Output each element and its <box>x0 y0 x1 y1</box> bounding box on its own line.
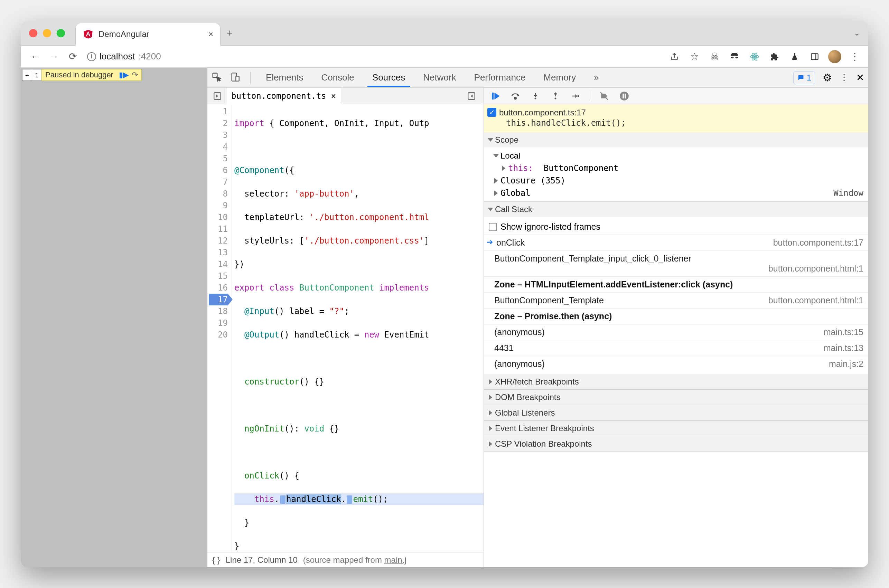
tab-performance[interactable]: Performance <box>469 68 530 87</box>
bookmark-star-icon[interactable]: ☆ <box>688 50 701 63</box>
resume-button[interactable] <box>490 90 501 102</box>
step-into-button[interactable] <box>530 90 541 102</box>
file-tab-close-icon[interactable]: × <box>331 91 336 101</box>
content: + 1 Paused in debugger ▮▶ ↷ <box>21 68 868 567</box>
issues-count: 1 <box>807 73 811 82</box>
step-out-button[interactable] <box>550 90 561 102</box>
breakpoint-tab-plus[interactable]: + <box>22 69 32 81</box>
tab-memory[interactable]: Memory <box>539 68 581 87</box>
svg-point-15 <box>578 95 579 97</box>
frame-onclick[interactable]: ➔onClickbutton.component.ts:17 <box>484 235 868 250</box>
back-button[interactable]: ← <box>28 49 43 64</box>
profile-avatar[interactable] <box>828 50 841 63</box>
breakpoint-enabled-checkbox[interactable]: ✓ <box>487 108 496 117</box>
event-listener-bp-section: Event Listener Breakpoints <box>484 421 868 436</box>
csp-violation-bp-section: CSP Violation Breakpoints <box>484 436 868 452</box>
svg-point-12 <box>514 97 516 99</box>
labs-icon[interactable] <box>788 50 801 63</box>
line-gutter[interactable]: 1234567891011121314151617181920 <box>207 104 231 552</box>
code-editor[interactable]: 1234567891011121314151617181920 import {… <box>207 104 484 552</box>
url-host: localhost <box>99 51 135 62</box>
menu-icon[interactable]: ⋮ <box>848 50 861 63</box>
dom-breakpoints-header[interactable]: DOM Breakpoints <box>484 390 868 405</box>
maximize-window[interactable] <box>57 29 65 37</box>
xhr-breakpoints-header[interactable]: XHR/fetch Breakpoints <box>484 374 868 389</box>
reload-button[interactable]: ⟳ <box>65 49 80 64</box>
global-listeners-header[interactable]: Global Listeners <box>484 405 868 420</box>
frame-listener[interactable]: ButtonComponent_Template_input_click_0_l… <box>484 250 868 276</box>
site-info-icon[interactable]: i <box>87 52 96 61</box>
svg-point-16 <box>620 92 629 100</box>
frame-anon-2[interactable]: (anonymous)main.js:2 <box>484 356 868 372</box>
tabs-dropdown-icon[interactable]: ⌄ <box>854 28 860 38</box>
inspect-icon[interactable] <box>212 72 222 83</box>
devtools-tabs: Elements Console Sources Network Perform… <box>207 68 868 88</box>
step-over-button[interactable] <box>509 90 521 102</box>
react-devtools-icon[interactable] <box>748 50 761 63</box>
tab-sources[interactable]: Sources <box>368 68 410 87</box>
paused-pill: Paused in debugger ▮▶ ↷ <box>42 69 142 81</box>
device-mode-icon[interactable] <box>230 72 240 83</box>
frame-4431[interactable]: 4431main.ts:13 <box>484 340 868 356</box>
issues-badge[interactable]: 1 <box>793 71 815 84</box>
pause-exceptions-button[interactable] <box>618 90 630 102</box>
traffic-lights <box>29 29 65 37</box>
scope-section: Scope Local this: ButtonComponent Closur… <box>484 132 868 202</box>
tab-console[interactable]: Console <box>316 68 359 87</box>
csp-violation-bp-header[interactable]: CSP Violation Breakpoints <box>484 436 868 452</box>
minimize-window[interactable] <box>43 29 51 37</box>
frame-zone-click[interactable]: Zone – HTMLInputElement.addEventListener… <box>484 276 868 292</box>
breakpoint-location[interactable]: button.component.ts:17 <box>499 108 863 117</box>
toolbar-right: ☆ ☠ ⋮ <box>668 50 861 63</box>
extensions-icon[interactable] <box>768 50 781 63</box>
close-window[interactable] <box>29 29 38 37</box>
page-debug-overlay: + 1 Paused in debugger ▮▶ ↷ <box>22 69 142 81</box>
browser-window: DemoAngular × + ⌄ ← → ⟳ i localhost:4200… <box>21 21 868 567</box>
frame-anon-1[interactable]: (anonymous)main.ts:15 <box>484 324 868 340</box>
frame-template[interactable]: ButtonComponent_Templatebutton.component… <box>484 292 868 308</box>
status-suffix: (source mapped from main.j <box>303 555 407 565</box>
scope-this[interactable]: this: ButtonComponent <box>484 162 868 174</box>
incognito-icon[interactable] <box>728 50 741 63</box>
step-button[interactable] <box>570 90 581 102</box>
skull-icon[interactable]: ☠ <box>708 50 721 63</box>
titlebar: DemoAngular × + ⌄ <box>21 21 868 46</box>
svg-point-14 <box>555 98 557 99</box>
show-ignored-frames[interactable]: Show ignore-listed frames <box>484 219 868 235</box>
address-bar: ← → ⟳ i localhost:4200 ☆ ☠ ⋮ <box>21 46 868 68</box>
scope-header[interactable]: Scope <box>484 132 868 147</box>
dom-breakpoints-section: DOM Breakpoints <box>484 390 868 405</box>
pretty-print-icon[interactable]: { } <box>212 555 220 565</box>
browser-tab[interactable]: DemoAngular × <box>75 23 221 46</box>
overlay-step-icon[interactable]: ↷ <box>132 70 138 80</box>
scope-closure[interactable]: Closure (355) <box>484 174 868 187</box>
devtools: Elements Console Sources Network Perform… <box>207 68 868 567</box>
debugger-show-icon[interactable] <box>465 90 478 103</box>
panel-icon[interactable] <box>808 50 821 63</box>
callstack-header[interactable]: Call Stack <box>484 202 868 217</box>
close-tab-icon[interactable]: × <box>209 29 213 39</box>
url-display[interactable]: i localhost:4200 <box>87 51 161 62</box>
source-map-link[interactable]: main.j <box>384 555 407 564</box>
angular-icon <box>83 28 94 40</box>
svg-rect-8 <box>236 76 239 81</box>
devtools-menu-icon[interactable]: ⋮ <box>839 72 848 83</box>
frame-zone-promise[interactable]: Zone – Promise.then (async) <box>484 308 868 324</box>
share-icon[interactable] <box>668 50 681 63</box>
tab-elements[interactable]: Elements <box>261 68 308 87</box>
navigator-show-icon[interactable] <box>211 90 224 103</box>
scope-global[interactable]: GlobalWindow <box>484 187 868 200</box>
event-listener-bp-header[interactable]: Event Listener Breakpoints <box>484 421 868 436</box>
tab-network[interactable]: Network <box>418 68 461 87</box>
breakpoint-tab-count: 1 <box>32 69 42 81</box>
forward-button[interactable]: → <box>46 49 62 64</box>
close-devtools-icon[interactable]: ✕ <box>856 72 864 83</box>
settings-icon[interactable]: ⚙ <box>823 72 832 84</box>
new-tab-button[interactable]: + <box>227 28 233 38</box>
file-tab[interactable]: button.component.ts × <box>226 88 341 104</box>
cursor-position: Line 17, Column 10 <box>226 555 297 565</box>
more-tabs[interactable]: » <box>589 68 604 87</box>
deactivate-breakpoints-button[interactable] <box>598 90 610 102</box>
scope-local[interactable]: Local <box>484 150 868 162</box>
overlay-resume-icon[interactable]: ▮▶ <box>119 70 129 80</box>
